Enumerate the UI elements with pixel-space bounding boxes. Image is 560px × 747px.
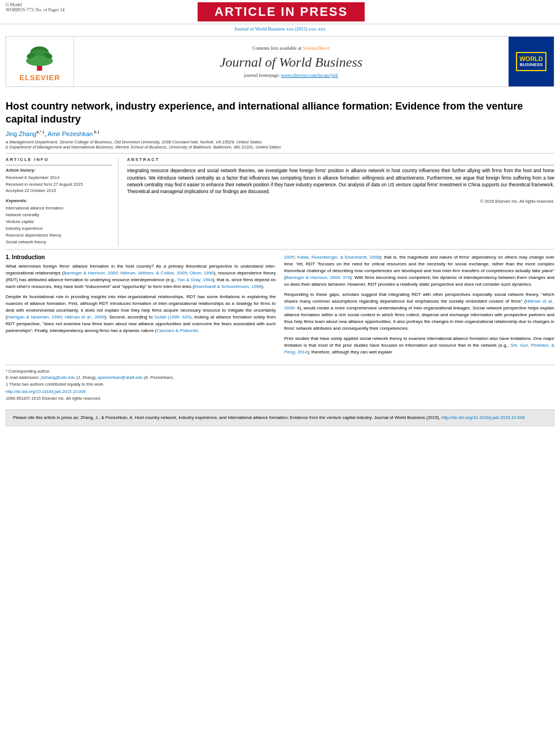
ref-hillman3[interactable]: Hillman et al., 2009 xyxy=(285,299,555,311)
affiliation-a: a Management Department, Strome College … xyxy=(6,139,554,145)
journal-center: Contents lists available at ScienceDirec… xyxy=(74,37,509,86)
journal-header: ELSEVIER Contents lists available at Sci… xyxy=(6,36,554,87)
body-section: 1. Introduction What determines foreign … xyxy=(6,254,554,359)
keyword-5: Resource dependence theory xyxy=(6,232,112,239)
issn-line: 1090-9516/© 2015 Elsevier Inc. All right… xyxy=(6,396,554,401)
keyword-6: Social network theory xyxy=(6,239,112,246)
article-title: Host country network, industry experienc… xyxy=(6,100,554,126)
author-pezeshkan[interactable]: Amir Pezeshkan xyxy=(47,130,93,137)
accepted-date: Accepted 22 October 2015 xyxy=(6,187,112,194)
body-para-2: Despite its foundational role in providi… xyxy=(6,294,276,334)
keyword-1: International alliance formation xyxy=(6,205,112,212)
equal-contribution-note: 1 These two authors contributed equally … xyxy=(6,381,554,387)
footnote-section: * Corresponding author. E-mail addresses… xyxy=(6,365,554,387)
doi-link[interactable]: http://dx.doi.org/10.1016/j.jwb.2015.10.… xyxy=(6,389,86,394)
world-business-logo: WORLD BUSINESS xyxy=(509,37,554,86)
elsevier-wordmark: ELSEVIER xyxy=(19,73,60,82)
ref-hillman[interactable]: Hillman, Withers, & Collins, 2009 xyxy=(120,270,187,276)
main-content: Host country network, industry experienc… xyxy=(6,91,554,404)
article-in-press-label: ARTICLE IN PRESS xyxy=(198,2,365,21)
ref-harrigan[interactable]: Harrigan & Newman, 1990 xyxy=(7,314,62,320)
contents-available: Contents lists available at ScienceDirec… xyxy=(252,45,330,51)
author-zhang[interactable]: Jing Zhang xyxy=(6,130,36,137)
article-info-col: ARTICLE INFO Article history: Received 8… xyxy=(6,157,119,246)
email2-link[interactable]: apezeshkan@ubalt.edu xyxy=(98,375,143,380)
journal-homepage: journal homepage: www.elsevier.com/locat… xyxy=(244,72,338,78)
abstract-text: Integrating resource dependence and soci… xyxy=(127,168,554,195)
body-para-1: What determines foreign firms' alliance … xyxy=(6,263,276,290)
ref-oliver[interactable]: Oliver, 1990 xyxy=(190,270,214,276)
top-banner: G Model WORBUS-773; No. of Pages 14 ARTI… xyxy=(0,0,560,24)
ref-eisenhardt[interactable]: Eisenhardt & Schoonhoven, 1996 xyxy=(194,284,261,289)
corresponding-note: * Corresponding author. xyxy=(6,368,554,374)
divider-1 xyxy=(6,153,554,154)
journal-top-link[interactable]: Journal of World Business xxx (2015) xxx… xyxy=(234,26,325,32)
ref-shi[interactable]: Shi, Sun, Pinkham, & Peng, 2014 xyxy=(285,343,555,355)
divider-2 xyxy=(6,249,554,250)
affiliations: a Management Department, Strome College … xyxy=(6,139,554,150)
elsevier-tree-icon xyxy=(20,41,59,72)
ref-gulati[interactable]: Gulati (1995: 620) xyxy=(154,314,191,320)
body-para-3: 2005; Katila, Rosenberger, & Eisenhardt,… xyxy=(285,254,555,288)
ref-katila[interactable]: Katila, Rosenberger, & Eisenhardt, 2008 xyxy=(298,255,380,260)
revised-date: Received in revised form 27 August 2015 xyxy=(6,181,112,187)
journal-homepage-link[interactable]: www.elsevier.com/locate/jwb xyxy=(281,72,338,78)
abstract-col: ABSTRACT Integrating resource dependence… xyxy=(127,157,554,246)
abstract-label: ABSTRACT xyxy=(127,157,554,162)
elsevier-logo: ELSEVIER xyxy=(19,41,60,82)
journal-title: Journal of World Business xyxy=(220,55,362,70)
model-ref: G Model WORBUS-773; No. of Pages 14 xyxy=(6,2,64,12)
abstract-divider xyxy=(127,165,554,165)
ref-barringer[interactable]: Barringer & Harrison, 2000 xyxy=(63,270,117,276)
email1-link[interactable]: j3zhang@odu.edu xyxy=(41,375,75,380)
keyword-2: Network centrality xyxy=(6,212,112,219)
body-col-left: 1. Introduction What determines foreign … xyxy=(6,254,276,359)
journal-link-top[interactable]: Journal of World Business xxx (2015) xxx… xyxy=(6,26,554,32)
ref-barringer2[interactable]: Barringer & Harrison, 2000: 374 xyxy=(286,275,350,280)
article-info-label: ARTICLE INFO xyxy=(6,157,112,162)
elsevier-logo-section: ELSEVIER xyxy=(6,37,74,86)
affiliation-b: b Department of Management and Internati… xyxy=(6,145,554,150)
email-note: E-mail addresses: j3zhang@odu.edu (J. Zh… xyxy=(6,374,554,381)
doi-section: http://dx.doi.org/10.1016/j.jwb.2015.10.… xyxy=(6,389,554,394)
keywords-label: Keywords: xyxy=(6,198,112,203)
copyright: © 2015 Elsevier Inc. All rights reserved… xyxy=(127,199,554,204)
ref-2005[interactable]: 2005 xyxy=(285,255,295,260)
keyword-4: Industry experience xyxy=(6,225,112,232)
info-abstract-section: ARTICLE INFO Article history: Received 8… xyxy=(6,157,554,246)
received-date: Received 8 September 2014 xyxy=(6,174,112,181)
authors-line: Jing Zhanga,*,1, Amir Pezeshkan b,1 xyxy=(6,130,554,137)
citation-bar: Please cite this article in press as: Zh… xyxy=(6,409,554,426)
citation-doi-link[interactable]: http://dx.doi.org/10.1016/j.jwb.2015.10.… xyxy=(441,415,524,420)
ref-yan[interactable]: Yan & Gray, 1994 xyxy=(177,277,213,282)
history-label: Article history: xyxy=(6,168,112,173)
info-divider xyxy=(6,165,112,165)
keyword-3: Venture capital xyxy=(6,219,112,225)
body-col-right: 2005; Katila, Rosenberger, & Eisenhardt,… xyxy=(285,254,555,359)
ref-hillman2[interactable]: Hillman et al., 2009 xyxy=(65,314,105,320)
intro-heading: 1. Introduction xyxy=(6,254,276,260)
body-para-5: Prior studies that have solely applied s… xyxy=(285,335,555,356)
ref-casciaro[interactable]: Casciaro & Piskorski, xyxy=(156,328,199,333)
body-para-4: Responding to these gaps, scholars sugge… xyxy=(285,291,555,332)
